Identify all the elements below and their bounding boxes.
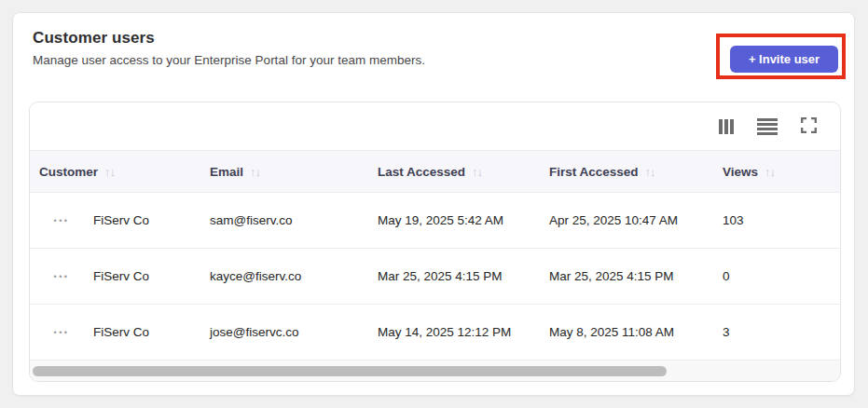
views-cell: 0: [715, 269, 840, 283]
column-header-label: Views: [723, 165, 758, 179]
users-table: Customer ↑↓ Email ↑↓ Last Accessed ↑↓ Fi…: [29, 102, 841, 382]
column-header-last-accessed[interactable]: Last Accessed ↑↓: [370, 165, 542, 179]
views-cell: 3: [715, 325, 840, 339]
highlight-box: + Invite user: [716, 34, 846, 79]
last-accessed-cell: Mar 25, 2025 4:15 PM: [370, 269, 542, 283]
density-button[interactable]: [757, 118, 778, 135]
column-header-label: Last Accessed: [378, 165, 465, 179]
sort-icon: ↑↓: [472, 165, 482, 179]
customer-cell: FiServ Co: [93, 213, 202, 227]
column-header-label: First Accessed: [549, 165, 639, 179]
first-accessed-cell: Mar 25, 2025 4:15 PM: [542, 269, 715, 283]
customer-cell: FiServ Co: [93, 325, 202, 339]
page-subtitle: Manage user access to your Enterprise Po…: [33, 53, 425, 67]
customer-cell: FiServ Co: [93, 269, 202, 283]
table-header-row: Customer ↑↓ Email ↑↓ Last Accessed ↑↓ Fi…: [30, 150, 840, 193]
table-toolbar: [30, 102, 840, 150]
column-header-label: Email: [210, 165, 243, 179]
email-cell: sam@fiserv.co: [202, 213, 370, 227]
invite-user-button[interactable]: + Invite user: [730, 46, 838, 73]
sort-icon: ↑↓: [765, 165, 775, 179]
column-header-views[interactable]: Views ↑↓: [715, 165, 840, 179]
column-header-label: Customer: [39, 165, 98, 179]
sort-icon: ↑↓: [645, 165, 655, 179]
table-row: ••• FiServ Co kayce@fiserv.co Mar 25, 20…: [30, 249, 840, 305]
fullscreen-button[interactable]: [801, 117, 817, 136]
row-menu-button[interactable]: •••: [30, 322, 93, 343]
columns-icon: [719, 119, 734, 134]
column-header-email[interactable]: Email ↑↓: [202, 165, 370, 179]
horizontal-scrollbar[interactable]: [30, 360, 840, 381]
density-icon: [757, 118, 778, 135]
table-row: ••• FiServ Co jose@fiservc.co May 14, 20…: [30, 305, 840, 360]
select-columns-button[interactable]: [719, 119, 734, 134]
customer-users-card: Customer users Manage user access to you…: [12, 12, 855, 396]
scrollbar-thumb[interactable]: [33, 366, 667, 376]
email-cell: jose@fiservc.co: [202, 325, 370, 339]
first-accessed-cell: May 8, 2025 11:08 AM: [542, 325, 715, 339]
last-accessed-cell: May 19, 2025 5:42 AM: [370, 213, 542, 227]
sort-icon: ↑↓: [104, 165, 115, 179]
email-cell: kayce@fiserv.co: [202, 269, 370, 283]
page-title: Customer users: [33, 29, 155, 48]
fullscreen-icon: [801, 117, 817, 136]
last-accessed-cell: May 14, 2025 12:12 PM: [370, 325, 542, 339]
row-menu-button[interactable]: •••: [30, 211, 93, 231]
views-cell: 103: [715, 213, 840, 227]
row-menu-button[interactable]: •••: [30, 266, 93, 287]
column-header-first-accessed[interactable]: First Accessed ↑↓: [542, 165, 715, 179]
table-row: ••• FiServ Co sam@fiserv.co May 19, 2025…: [30, 193, 840, 249]
column-header-customer[interactable]: Customer ↑↓: [30, 165, 202, 179]
first-accessed-cell: Apr 25, 2025 10:47 AM: [542, 213, 715, 227]
sort-icon: ↑↓: [250, 165, 260, 179]
